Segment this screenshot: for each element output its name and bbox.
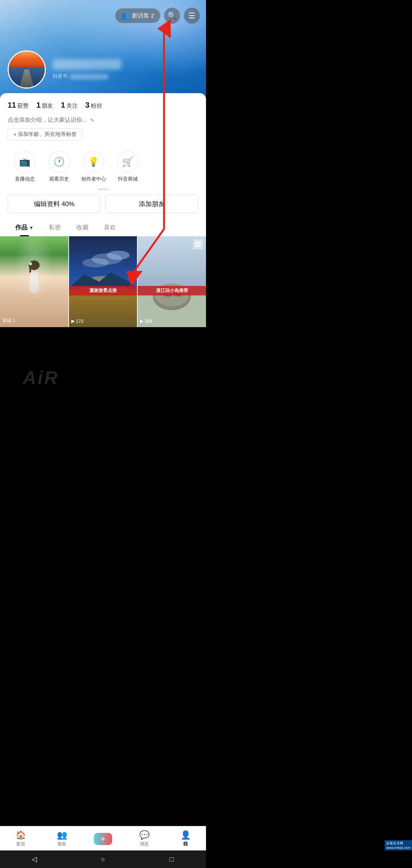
visitor-icon: 👥 bbox=[121, 11, 130, 20]
grid-item-landscape[interactable]: 溪旅游景点推 170 bbox=[69, 236, 137, 327]
feature-live[interactable]: 📺 直播动态 bbox=[8, 148, 42, 186]
svg-rect-7 bbox=[38, 271, 44, 276]
tab-works[interactable]: 作品 ▼ bbox=[8, 219, 41, 236]
visitor-label: 新访客 2 bbox=[132, 12, 154, 19]
stat-followers[interactable]: 3 粉丝 bbox=[85, 101, 102, 110]
search-icon: 🔍 bbox=[167, 11, 177, 20]
tab-private[interactable]: 私密 bbox=[41, 219, 69, 236]
profile-header: 👥 新访客 2 🔍 ☰ bbox=[0, 0, 206, 99]
svg-rect-6 bbox=[23, 272, 31, 276]
stat-likes[interactable]: 11 获赞 bbox=[8, 101, 29, 110]
friends-count: 1 bbox=[36, 101, 40, 110]
stats-row: 11 获赞 1 朋友 1 关注 3 粉丝 bbox=[8, 101, 198, 110]
following-count: 1 bbox=[61, 101, 65, 110]
live-label: 直播动态 bbox=[15, 176, 35, 182]
draft-label: 草稿 1 bbox=[2, 318, 15, 324]
shop-icon-circle: 🛒 bbox=[117, 151, 138, 173]
svg-point-4 bbox=[30, 263, 31, 264]
likes-count: 11 bbox=[8, 101, 16, 110]
username-blurred bbox=[53, 59, 121, 70]
rock-play-count: 368 bbox=[140, 319, 152, 324]
username-area: 抖音号: bbox=[53, 59, 121, 80]
app-wrapper: 👥 新访客 2 🔍 ☰ bbox=[0, 0, 206, 434]
tab-favorites-label: 收藏 bbox=[76, 224, 89, 232]
add-tag-button[interactable]: + 添加年龄、所在地等标签 bbox=[8, 128, 82, 140]
grid-item-rock[interactable]: 中国第一水雕 湛江玩小岛推荐 368 bbox=[138, 236, 206, 327]
stat-friends[interactable]: 1 朋友 bbox=[36, 101, 53, 110]
menu-icon: ☰ bbox=[188, 11, 195, 20]
stat-following[interactable]: 1 关注 bbox=[61, 101, 77, 110]
content-tabs: 作品 ▼ 私密 收藏 喜欢 bbox=[8, 219, 198, 236]
add-friend-button[interactable]: 添加朋友 bbox=[105, 195, 198, 213]
history-icon-circle: 🕐 bbox=[48, 151, 70, 173]
tab-private-label: 私密 bbox=[49, 224, 61, 232]
top-bar: 👥 新访客 2 🔍 ☰ bbox=[115, 8, 200, 24]
followers-label: 粉丝 bbox=[91, 102, 102, 110]
tab-likes-label: 喜欢 bbox=[104, 224, 116, 232]
rock-svg: 中国第一水雕 bbox=[138, 236, 206, 327]
tag-plus-icon: + bbox=[13, 131, 16, 137]
creator-label: 创作者中心 bbox=[81, 176, 106, 182]
following-label: 关注 bbox=[66, 102, 78, 110]
shop-icon: 🛒 bbox=[122, 156, 134, 167]
profile-info: 抖音号: bbox=[8, 50, 121, 89]
avatar-image bbox=[9, 52, 45, 87]
landscape-count: 170 bbox=[76, 319, 84, 324]
action-buttons: 编辑资料 40% 添加朋友 bbox=[8, 195, 198, 213]
play-icon-2 bbox=[140, 319, 143, 323]
play-icon bbox=[71, 319, 75, 323]
visitor-button[interactable]: 👥 新访客 2 bbox=[115, 8, 160, 23]
girl-silhouette bbox=[10, 259, 58, 314]
svg-point-10 bbox=[107, 251, 130, 260]
rock-banner: 湛江玩小岛推荐 bbox=[138, 286, 206, 295]
feature-shop[interactable]: 🛒 抖音商城 bbox=[111, 148, 145, 186]
svg-rect-5 bbox=[29, 272, 39, 287]
scroll-indicator bbox=[8, 189, 198, 190]
live-icon-circle: 📺 bbox=[14, 151, 35, 173]
bio-row[interactable]: 点击添加介绍，让大家认识你... ✎ bbox=[8, 116, 198, 124]
edit-profile-label: 编辑资料 40% bbox=[34, 200, 75, 208]
creator-icon: 💡 bbox=[88, 156, 99, 167]
friends-label: 朋友 bbox=[42, 102, 53, 110]
scroll-dot bbox=[98, 189, 108, 190]
features-row: 📺 直播动态 🕐 观看历史 💡 创作者中心 🛒 抖音商城 bbox=[8, 148, 198, 186]
grid-item-draft[interactable]: 草稿 1 bbox=[0, 236, 68, 327]
air-text: AiR bbox=[23, 367, 59, 388]
search-button[interactable]: 🔍 bbox=[164, 8, 180, 24]
avatar[interactable] bbox=[8, 50, 46, 89]
grid-bg-girl bbox=[0, 236, 68, 327]
landscape-svg bbox=[69, 236, 137, 327]
svg-point-11 bbox=[82, 258, 108, 268]
multiple-icon bbox=[195, 241, 201, 247]
feature-creator[interactable]: 💡 创作者中心 bbox=[76, 148, 111, 186]
tag-label: 添加年龄、所在地等标签 bbox=[18, 131, 77, 138]
douyin-id: 抖音号: bbox=[53, 73, 121, 80]
tab-likes[interactable]: 喜欢 bbox=[96, 219, 124, 236]
bio-text: 点击添加介绍，让大家认识你... bbox=[8, 116, 87, 124]
likes-label: 获赞 bbox=[17, 102, 29, 110]
followers-count: 3 bbox=[85, 101, 90, 110]
add-friend-label: 添加朋友 bbox=[139, 200, 165, 208]
profile-card: 11 获赞 1 朋友 1 关注 3 粉丝 点击添加介绍，让大家认识你... ✎ … bbox=[0, 93, 206, 236]
tab-favorites[interactable]: 收藏 bbox=[69, 219, 96, 236]
edit-profile-button[interactable]: 编辑资料 40% bbox=[8, 195, 101, 213]
shop-label: 抖音商城 bbox=[118, 176, 138, 182]
landscape-banner: 溪旅游景点推 bbox=[69, 286, 137, 295]
landscape-play-count: 170 bbox=[71, 319, 84, 324]
grid-bg-rock: 中国第一水雕 湛江玩小岛推荐 bbox=[138, 236, 206, 327]
tab-works-label: 作品 bbox=[15, 224, 27, 232]
douyin-id-blur bbox=[70, 74, 108, 79]
rock-count: 368 bbox=[145, 319, 152, 324]
creator-icon-circle: 💡 bbox=[83, 151, 104, 173]
grid-bg-landscape: 溪旅游景点推 bbox=[69, 236, 137, 327]
history-icon: 🕐 bbox=[53, 156, 65, 167]
history-label: 观看历史 bbox=[49, 176, 69, 182]
multiple-badge bbox=[193, 239, 203, 249]
menu-button[interactable]: ☰ bbox=[184, 8, 200, 24]
feature-history[interactable]: 🕐 观看历史 bbox=[42, 148, 76, 186]
live-icon: 📺 bbox=[19, 156, 31, 167]
tab-arrow-icon: ▼ bbox=[29, 225, 34, 231]
content-grid: 草稿 1 bbox=[0, 236, 206, 327]
edit-bio-icon[interactable]: ✎ bbox=[90, 117, 95, 123]
